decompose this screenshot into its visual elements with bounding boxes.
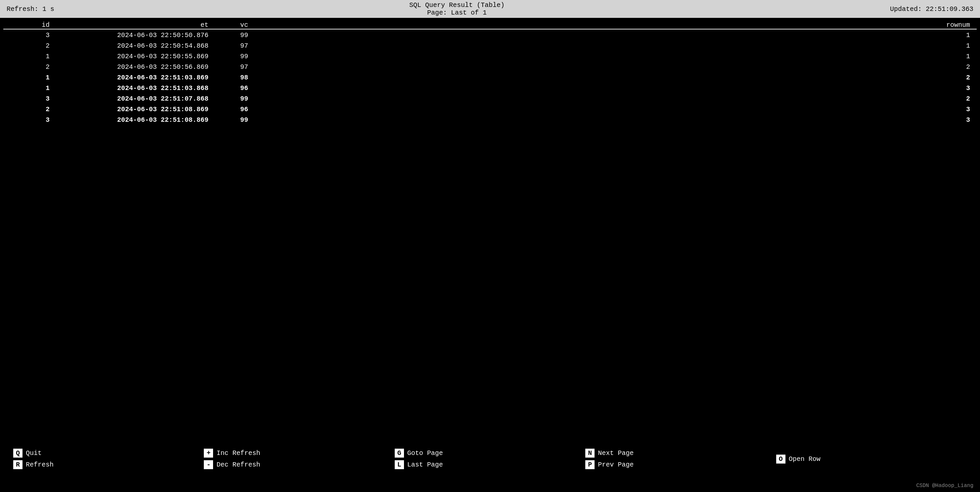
cell-rownum: 2 xyxy=(255,94,977,104)
label-dec-refresh: Dec Refresh xyxy=(216,461,260,468)
cell-rownum: 2 xyxy=(255,72,977,83)
cell-vc: 97 xyxy=(215,62,255,72)
shortcut-quit[interactable]: Q Quit xyxy=(13,449,204,458)
cell-et: 2024-06-03 22:51:03.869 xyxy=(56,72,215,83)
cell-et: 2024-06-03 22:51:08.869 xyxy=(56,115,215,126)
key-q: Q xyxy=(13,449,22,458)
table-row: 3 2024-06-03 22:51:07.868 99 2 xyxy=(3,94,977,104)
label-inc-refresh: Inc Refresh xyxy=(216,449,260,457)
table-body: 3 2024-06-03 22:50:50.876 99 1 2 2024-06… xyxy=(3,30,977,126)
footer-section-5: O Open Row xyxy=(776,455,967,463)
header: Refresh: 1 s SQL Query Result (Table) Pa… xyxy=(0,0,980,18)
label-refresh: Refresh xyxy=(26,461,54,468)
shortcut-open-row[interactable]: O Open Row xyxy=(776,455,967,463)
key-p: P xyxy=(585,460,595,469)
cell-id: 3 xyxy=(3,30,56,41)
cell-vc: 99 xyxy=(215,51,255,62)
shortcut-prev-page[interactable]: P Prev Page xyxy=(585,460,776,469)
table-row: 3 2024-06-03 22:50:50.876 99 1 xyxy=(3,30,977,41)
table-row: 1 2024-06-03 22:50:55.869 99 1 xyxy=(3,51,977,62)
label-goto-page: Goto Page xyxy=(407,449,443,457)
footer-section-1: Q Quit R Refresh xyxy=(13,449,204,469)
table-divider xyxy=(3,29,977,29)
shortcut-inc-refresh[interactable]: + Inc Refresh xyxy=(204,449,395,458)
table-row: 2 2024-06-03 22:50:56.869 97 2 xyxy=(3,62,977,72)
cell-rownum: 1 xyxy=(255,30,977,41)
cell-id: 2 xyxy=(3,62,56,72)
cell-vc: 99 xyxy=(215,115,255,126)
cell-et: 2024-06-03 22:51:03.868 xyxy=(56,83,215,94)
cell-id: 2 xyxy=(3,41,56,51)
col-header-rownum: rownum xyxy=(255,21,977,29)
cell-id: 2 xyxy=(3,104,56,115)
watermark: CSDN @Hadoop_Liang xyxy=(916,483,974,489)
cell-vc: 97 xyxy=(215,41,255,51)
shortcut-dec-refresh[interactable]: - Dec Refresh xyxy=(204,460,395,469)
refresh-info: Refresh: 1 s xyxy=(6,5,106,13)
cell-et: 2024-06-03 22:51:07.868 xyxy=(56,94,215,104)
table-container: id et vc rownum 3 2024-06-03 22:50:50.87… xyxy=(0,21,980,126)
cell-vc: 99 xyxy=(215,30,255,41)
header-center: SQL Query Result (Table) Page: Last of 1 xyxy=(106,1,808,16)
label-prev-page: Prev Page xyxy=(598,461,633,468)
table-row: 2 2024-06-03 22:50:54.868 97 1 xyxy=(3,41,977,51)
updated-info: Updated: 22:51:09.363 xyxy=(808,5,974,13)
label-open-row: Open Row xyxy=(789,455,821,463)
cell-et: 2024-06-03 22:50:50.876 xyxy=(56,30,215,41)
col-header-et: et xyxy=(56,21,215,29)
cell-rownum: 1 xyxy=(255,41,977,51)
shortcut-last-page[interactable]: L Last Page xyxy=(395,460,585,469)
cell-rownum: 3 xyxy=(255,83,977,94)
cell-vc: 98 xyxy=(215,72,255,83)
label-quit: Quit xyxy=(26,449,42,457)
cell-et: 2024-06-03 22:50:56.869 xyxy=(56,62,215,72)
key-g: G xyxy=(395,449,404,458)
cell-rownum: 3 xyxy=(255,115,977,126)
cell-rownum: 2 xyxy=(255,62,977,72)
cell-id: 3 xyxy=(3,94,56,104)
cell-vc: 96 xyxy=(215,83,255,94)
table-row: 2 2024-06-03 22:51:08.869 96 3 xyxy=(3,104,977,115)
footer-section-4: N Next Page P Prev Page xyxy=(585,449,776,469)
table-header-row: id et vc rownum xyxy=(3,21,977,29)
col-header-vc: vc xyxy=(215,21,255,29)
table-row: 3 2024-06-03 22:51:08.869 99 3 xyxy=(3,115,977,126)
shortcut-goto-page[interactable]: G Goto Page xyxy=(395,449,585,458)
cell-id: 3 xyxy=(3,115,56,126)
key-l: L xyxy=(395,460,404,469)
label-last-page: Last Page xyxy=(407,461,443,468)
col-header-id: id xyxy=(3,21,56,29)
key-r: R xyxy=(13,460,22,469)
cell-id: 1 xyxy=(3,51,56,62)
key-n: N xyxy=(585,449,595,458)
shortcut-refresh[interactable]: R Refresh xyxy=(13,460,204,469)
page-info: Page: Last of 1 xyxy=(106,9,808,16)
key-o: O xyxy=(776,455,786,463)
key-plus: + xyxy=(204,449,213,458)
shortcut-next-page[interactable]: N Next Page xyxy=(585,449,776,458)
table-row: 1 2024-06-03 22:51:03.868 96 3 xyxy=(3,83,977,94)
cell-rownum: 1 xyxy=(255,51,977,62)
cell-id: 1 xyxy=(3,72,56,83)
footer: Q Quit R Refresh + Inc Refresh - Dec Ref… xyxy=(0,426,980,492)
cell-et: 2024-06-03 22:50:54.868 xyxy=(56,41,215,51)
cell-et: 2024-06-03 22:50:55.869 xyxy=(56,51,215,62)
page-title: SQL Query Result (Table) xyxy=(106,1,808,9)
table-row: 1 2024-06-03 22:51:03.869 98 2 xyxy=(3,72,977,83)
footer-section-2: + Inc Refresh - Dec Refresh xyxy=(204,449,395,469)
key-minus: - xyxy=(204,460,213,469)
cell-rownum: 3 xyxy=(255,104,977,115)
cell-vc: 96 xyxy=(215,104,255,115)
cell-id: 1 xyxy=(3,83,56,94)
footer-section-3: G Goto Page L Last Page xyxy=(395,449,585,469)
label-next-page: Next Page xyxy=(598,449,633,457)
cell-vc: 99 xyxy=(215,94,255,104)
cell-et: 2024-06-03 22:51:08.869 xyxy=(56,104,215,115)
